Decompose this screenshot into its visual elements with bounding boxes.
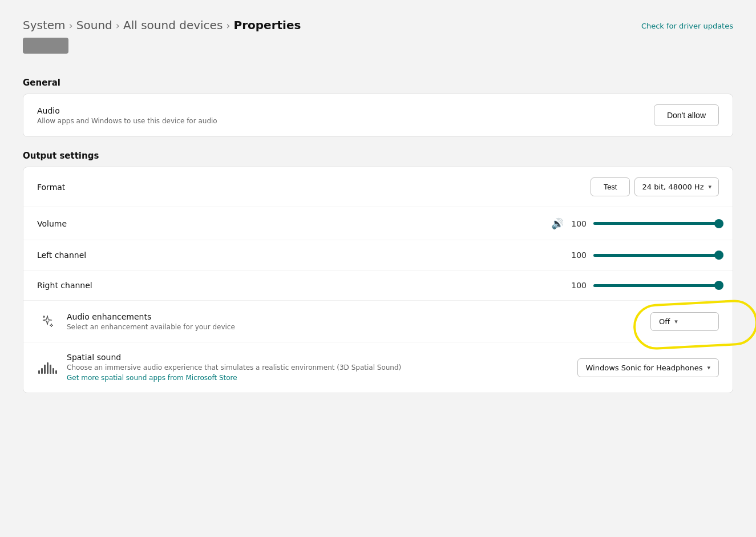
left-channel-row: Left channel 100 xyxy=(23,240,733,270)
format-label: Format xyxy=(37,183,65,192)
audio-enhancements-select[interactable]: Off ▾ xyxy=(650,312,719,331)
breadcrumb-sep-2: › xyxy=(116,19,120,31)
breadcrumb-all-sound[interactable]: All sound devices xyxy=(123,18,223,32)
chevron-down-icon: ▾ xyxy=(708,183,711,191)
left-channel-controls: 100 xyxy=(571,251,719,260)
audio-enhancements-value: Off xyxy=(659,317,670,326)
volume-slider-thumb[interactable] xyxy=(714,219,723,228)
format-value: 24 bit, 48000 Hz xyxy=(642,183,704,191)
audio-row: Audio Allow apps and Windows to use this… xyxy=(23,94,733,136)
output-settings-section-title: Output settings xyxy=(23,151,733,161)
volume-label: Volume xyxy=(37,219,67,228)
sparkle-icon xyxy=(41,314,54,328)
volume-controls: 🔊 100 xyxy=(551,217,719,229)
breadcrumb-sep-1: › xyxy=(69,19,73,31)
audio-enhancements-row: Audio enhancements Select an enhancement… xyxy=(23,301,733,342)
left-channel-slider[interactable] xyxy=(593,254,719,257)
left-channel-slider-thumb[interactable] xyxy=(714,251,723,260)
volume-slider-fill xyxy=(593,222,719,225)
spatial-sound-icon-wrapper xyxy=(37,357,58,378)
audio-sublabel: Allow apps and Windows to use this devic… xyxy=(37,117,217,125)
audio-enhancements-info: Audio enhancements Select an enhancement… xyxy=(67,312,235,331)
spatial-sound-value: Windows Sonic for Headphones xyxy=(586,364,703,372)
breadcrumb-properties: Properties xyxy=(234,18,301,32)
right-channel-slider-thumb[interactable] xyxy=(714,281,723,290)
volume-row: Volume 🔊 100 xyxy=(23,207,733,240)
breadcrumb: System › Sound › All sound devices › Pro… xyxy=(23,18,301,32)
general-section-title: General xyxy=(23,78,733,88)
format-row: Format Test 24 bit, 48000 Hz ▾ xyxy=(23,167,733,207)
right-channel-slider-fill xyxy=(593,284,719,287)
left-channel-label: Left channel xyxy=(37,251,86,260)
volume-value: 100 xyxy=(571,219,587,228)
general-card: Audio Allow apps and Windows to use this… xyxy=(23,94,733,137)
left-channel-slider-fill xyxy=(593,254,719,257)
breadcrumb-sound[interactable]: Sound xyxy=(76,18,112,32)
spatial-sound-sublabel: Choose an immersive audio experience tha… xyxy=(67,364,401,372)
volume-slider[interactable] xyxy=(593,222,719,225)
volume-icon: 🔊 xyxy=(551,217,564,229)
format-select[interactable]: 24 bit, 48000 Hz ▾ xyxy=(634,177,719,196)
spatial-sound-row: Spatial sound Choose an immersive audio … xyxy=(23,342,733,393)
audio-enhancements-sublabel: Select an enhancement available for your… xyxy=(67,323,235,331)
breadcrumb-sep-3: › xyxy=(226,19,230,31)
right-channel-label: Right channel xyxy=(37,281,92,290)
spatial-sound-info: Spatial sound Choose an immersive audio … xyxy=(67,353,401,382)
breadcrumb-system[interactable]: System xyxy=(23,18,66,32)
waveform-icon xyxy=(38,361,57,374)
right-channel-row: Right channel 100 xyxy=(23,270,733,301)
left-channel-value: 100 xyxy=(571,251,587,260)
audio-enhancements-label: Audio enhancements xyxy=(67,312,235,321)
dont-allow-button[interactable]: Don't allow xyxy=(654,104,719,126)
right-channel-controls: 100 xyxy=(571,281,719,290)
spatial-sound-label: Spatial sound xyxy=(67,353,401,362)
spatial-sound-chevron-icon: ▾ xyxy=(707,364,710,372)
audio-info: Audio Allow apps and Windows to use this… xyxy=(37,106,217,125)
audio-enhancements-annotation: Off ▾ xyxy=(650,312,719,331)
audio-enhancements-left: Audio enhancements Select an enhancement… xyxy=(37,311,235,332)
test-button[interactable]: Test xyxy=(591,177,630,196)
audio-enhancements-icon-wrapper xyxy=(37,311,58,332)
audio-label: Audio xyxy=(37,106,217,115)
format-controls: Test 24 bit, 48000 Hz ▾ xyxy=(591,177,719,196)
right-channel-slider[interactable] xyxy=(593,284,719,287)
back-button[interactable] xyxy=(23,38,68,54)
spatial-sound-left: Spatial sound Choose an immersive audio … xyxy=(37,353,401,382)
spatial-sound-select[interactable]: Windows Sonic for Headphones ▾ xyxy=(577,358,719,377)
output-settings-card: Format Test 24 bit, 48000 Hz ▾ Volume 🔊 … xyxy=(23,167,733,393)
spatial-sound-store-link[interactable]: Get more spatial sound apps from Microso… xyxy=(67,374,237,382)
check-driver-link[interactable]: Check for driver updates xyxy=(641,22,733,30)
audio-enhancements-chevron-icon: ▾ xyxy=(674,318,678,325)
right-channel-value: 100 xyxy=(571,281,587,290)
